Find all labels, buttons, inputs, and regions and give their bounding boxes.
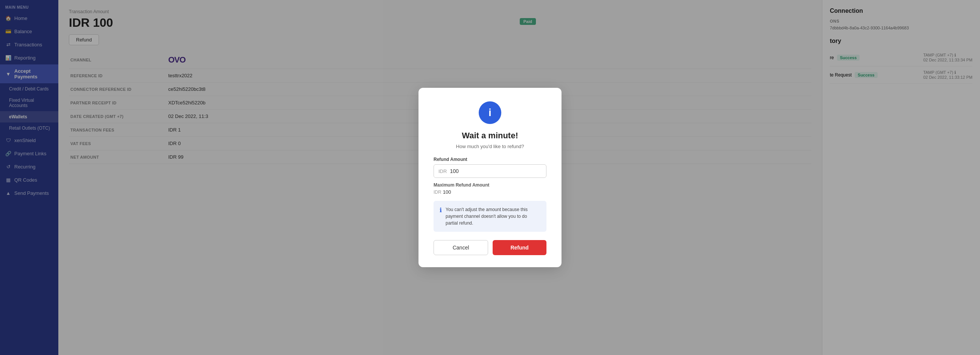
currency-prefix: IDR xyxy=(438,168,447,174)
refund-modal: i Wait a minute! How much you'd like to … xyxy=(418,88,562,267)
refund-confirm-button[interactable]: Refund xyxy=(493,240,546,255)
max-refund-label: Maximum Refund Amount xyxy=(434,182,489,188)
info-box-icon: ℹ xyxy=(439,206,442,214)
max-refund-value: IDR100 xyxy=(434,189,451,195)
modal-title: Wait a minute! xyxy=(462,131,518,141)
max-refund-currency: IDR xyxy=(434,190,441,195)
refund-amount-input-wrapper[interactable]: IDR xyxy=(434,164,546,178)
modal-buttons: Cancel Refund xyxy=(434,240,546,255)
modal-subtitle: How much you'd like to refund? xyxy=(456,144,524,149)
modal-info-icon: i xyxy=(479,101,501,124)
refund-amount-label: Refund Amount xyxy=(434,157,468,162)
cancel-button[interactable]: Cancel xyxy=(434,240,488,255)
modal-overlay[interactable]: i Wait a minute! How much you'd like to … xyxy=(0,0,980,355)
refund-amount-input[interactable] xyxy=(450,168,542,174)
info-box-text: You can't adjust the amount because this… xyxy=(445,206,541,227)
info-box: ℹ You can't adjust the amount because th… xyxy=(434,201,546,232)
